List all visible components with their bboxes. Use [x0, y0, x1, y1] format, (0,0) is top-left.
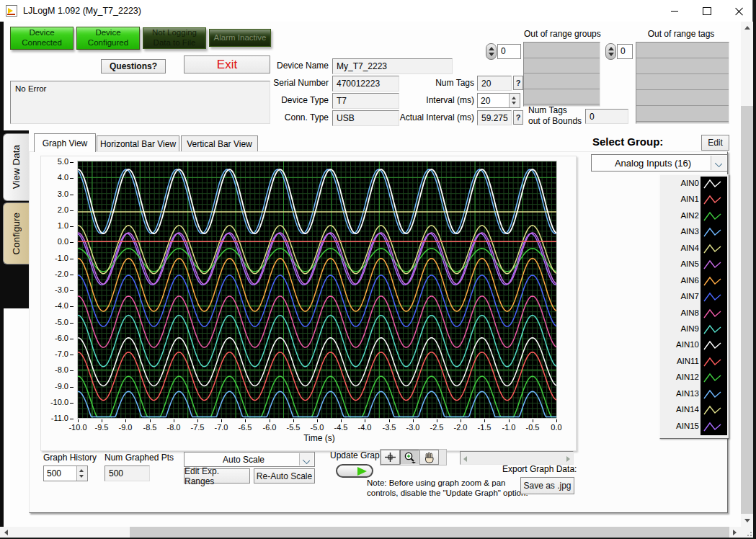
- horizontal-scrollbar-thumb[interactable]: [130, 527, 729, 538]
- legend-line-icon[interactable]: [702, 210, 726, 224]
- status-not-logging-data-to-file[interactable]: Not Logging Data to File: [143, 27, 206, 49]
- legend-line-icon[interactable]: [702, 323, 726, 337]
- legend-label-ain2[interactable]: AIN2: [660, 211, 699, 220]
- legend-label-ain3[interactable]: AIN3: [660, 227, 699, 236]
- vertical-scrollbar-thumb[interactable]: [741, 106, 753, 514]
- side-tab-view-data[interactable]: View Data: [3, 133, 29, 201]
- vertical-scrollbar[interactable]: [741, 22, 753, 527]
- help-button[interactable]: ?: [513, 76, 523, 90]
- waveform-plot[interactable]: [78, 161, 556, 418]
- list-row[interactable]: [636, 106, 729, 122]
- scale-mode-dropdown[interactable]: Auto Scale: [184, 452, 315, 467]
- legend-line-icon[interactable]: [702, 420, 726, 435]
- hand-icon: [424, 452, 435, 463]
- y-tick-label: -4.0: [49, 301, 74, 310]
- legend-line-icon[interactable]: [702, 242, 726, 257]
- legend-line-icon[interactable]: [702, 307, 726, 321]
- y-tick-label: -2.0: [49, 270, 74, 278]
- edit-group-button[interactable]: Edit: [701, 135, 729, 151]
- status-device-configured[interactable]: Device Configured: [76, 27, 140, 50]
- legend-label-ain0[interactable]: AIN0: [660, 179, 699, 187]
- horizontal-scrollbar[interactable]: [0, 527, 741, 538]
- legend-line-icon[interactable]: [702, 371, 726, 386]
- group-dropdown[interactable]: Analog Inputs (16): [591, 154, 728, 172]
- scroll-down-icon[interactable]: [744, 519, 750, 522]
- out-of-range-groups-list[interactable]: [523, 42, 600, 107]
- legend-label-ain8[interactable]: AIN8: [660, 308, 699, 317]
- interval-spinner[interactable]: [509, 94, 520, 107]
- legend-label-ain15[interactable]: AIN15: [660, 422, 699, 430]
- list-row[interactable]: [524, 89, 600, 105]
- scroll-right-icon[interactable]: [566, 456, 570, 462]
- acq-row-value[interactable]: 20: [477, 93, 520, 108]
- scroll-right-icon[interactable]: [733, 530, 737, 535]
- legend-label-ain7[interactable]: AIN7: [660, 292, 699, 300]
- chevron-down-icon[interactable]: [711, 156, 726, 170]
- status-device-connected[interactable]: Device Connected: [10, 27, 74, 50]
- cursor-crosshair-button[interactable]: [381, 450, 400, 465]
- tab-horizontal-bar-view[interactable]: Horizontal Bar View: [97, 135, 179, 151]
- legend-line-icon[interactable]: [702, 290, 726, 305]
- list-row[interactable]: [636, 90, 729, 106]
- legend-line-icon[interactable]: [702, 226, 726, 240]
- legend-label-ain14[interactable]: AIN14: [660, 405, 699, 414]
- chevron-down-icon[interactable]: [299, 453, 313, 466]
- legend-line-icon[interactable]: [702, 193, 726, 208]
- out-of-range-tags-list[interactable]: [636, 42, 729, 124]
- legend-line-icon[interactable]: [702, 275, 726, 289]
- maximize-button[interactable]: [690, 0, 723, 22]
- legend-line-icon[interactable]: [702, 388, 726, 402]
- legend-label-ain5[interactable]: AIN5: [660, 259, 699, 268]
- app-window: LJLogM 1.092 (My_T7_2223) Questions? Exi…: [0, 0, 753, 538]
- list-row[interactable]: [524, 43, 600, 58]
- device-row-value[interactable]: My_T7_2223: [332, 58, 453, 74]
- graph-x-scrollbar[interactable]: [460, 451, 574, 465]
- legend-line-icon[interactable]: [702, 339, 726, 353]
- groups-index-spinner[interactable]: [486, 43, 497, 60]
- tab-vertical-bar-view[interactable]: Vertical Bar View: [181, 135, 258, 151]
- device-row-label: Device Name: [238, 61, 329, 71]
- zoom-tool-button[interactable]: [400, 450, 419, 465]
- scroll-up-icon[interactable]: [744, 26, 750, 30]
- legend-line-icon[interactable]: [702, 177, 726, 192]
- update-graph-toggle[interactable]: [336, 464, 373, 478]
- questions-button[interactable]: Questions?: [101, 59, 166, 74]
- legend-label-ain1[interactable]: AIN1: [660, 195, 699, 203]
- window-title: LJLogM 1.092 (My_T7_2223): [23, 0, 141, 22]
- legend-line-icon[interactable]: [702, 355, 726, 370]
- list-row[interactable]: [524, 58, 600, 74]
- legend-label-ain6[interactable]: AIN6: [660, 276, 699, 285]
- legend-label-ain13[interactable]: AIN13: [660, 389, 699, 398]
- re-auto-scale-button[interactable]: Re-Auto Scale: [254, 468, 315, 484]
- graph-history-spinner[interactable]: [76, 466, 87, 481]
- edit-exp-ranges-button[interactable]: Edit Exp. Ranges: [184, 468, 250, 484]
- legend-line-icon[interactable]: [702, 404, 726, 418]
- side-tab-configure[interactable]: Configure: [3, 202, 29, 264]
- scroll-left-icon[interactable]: [4, 530, 8, 535]
- tags-index-value[interactable]: 0: [617, 44, 633, 59]
- graph-history-label: Graph History: [43, 453, 97, 463]
- list-row[interactable]: [636, 58, 729, 74]
- legend-label-ain9[interactable]: AIN9: [660, 324, 699, 333]
- help-button[interactable]: ?: [513, 110, 523, 125]
- tab-graph-view[interactable]: Graph View: [34, 133, 96, 152]
- tags-index-spinner[interactable]: [605, 43, 616, 60]
- list-row[interactable]: [636, 43, 729, 58]
- save-jpg-button[interactable]: Save as .jpg: [520, 477, 574, 494]
- list-row[interactable]: [524, 74, 600, 89]
- close-button[interactable]: [723, 0, 755, 22]
- pan-hand-button[interactable]: [419, 450, 439, 465]
- status-alarm-inactive[interactable]: Alarm Inactive: [209, 29, 271, 47]
- legend-label-ain11[interactable]: AIN11: [660, 357, 699, 365]
- y-tick-label: -5.0: [49, 318, 74, 326]
- graph-history-input[interactable]: 500: [43, 466, 88, 481]
- legend-label-ain10[interactable]: AIN10: [660, 340, 699, 349]
- legend-label-ain4[interactable]: AIN4: [660, 244, 699, 252]
- legend-line-icon[interactable]: [702, 258, 726, 272]
- minimize-button[interactable]: [658, 0, 690, 22]
- list-row[interactable]: [636, 74, 729, 90]
- channel-legend[interactable]: AIN0AIN1AIN2AIN3AIN4AIN5AIN6AIN7AIN8AIN9…: [659, 174, 729, 439]
- groups-index-value[interactable]: 0: [497, 44, 521, 59]
- scroll-left-icon[interactable]: [463, 456, 467, 462]
- legend-label-ain12[interactable]: AIN12: [660, 373, 699, 381]
